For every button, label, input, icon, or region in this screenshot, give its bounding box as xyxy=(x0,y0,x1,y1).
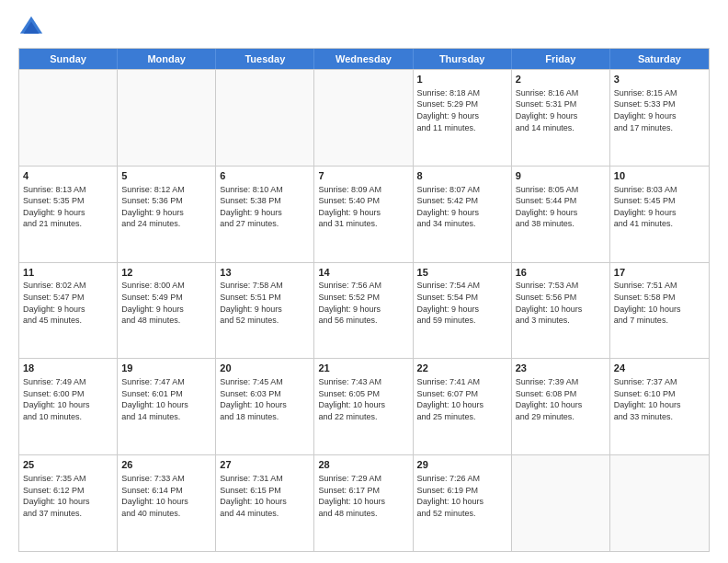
calendar-day-17: 17Sunrise: 7:51 AM Sunset: 5:58 PM Dayli… xyxy=(610,263,709,359)
day-number: 18 xyxy=(23,362,113,375)
calendar-day-25: 25Sunrise: 7:35 AM Sunset: 6:12 PM Dayli… xyxy=(19,455,118,551)
calendar-day-5: 5Sunrise: 8:12 AM Sunset: 5:36 PM Daylig… xyxy=(118,167,216,262)
calendar-day-16: 16Sunrise: 7:53 AM Sunset: 5:56 PM Dayli… xyxy=(512,263,610,359)
day-info: Sunrise: 8:07 AM Sunset: 5:42 PM Dayligh… xyxy=(417,184,507,230)
day-info: Sunrise: 7:47 AM Sunset: 6:01 PM Dayligh… xyxy=(121,376,211,422)
day-number: 2 xyxy=(516,73,606,86)
calendar-row-5: 25Sunrise: 7:35 AM Sunset: 6:12 PM Dayli… xyxy=(19,454,709,551)
day-number: 28 xyxy=(318,458,408,472)
calendar-day-22: 22Sunrise: 7:41 AM Sunset: 6:07 PM Dayli… xyxy=(414,359,512,454)
logo xyxy=(18,15,48,40)
day-info: Sunrise: 8:03 AM Sunset: 5:45 PM Dayligh… xyxy=(614,184,705,230)
calendar-day-28: 28Sunrise: 7:29 AM Sunset: 6:17 PM Dayli… xyxy=(314,455,413,551)
calendar-day-23: 23Sunrise: 7:39 AM Sunset: 6:08 PM Dayli… xyxy=(512,359,610,454)
calendar-day-1: 1Sunrise: 8:18 AM Sunset: 5:29 PM Daylig… xyxy=(414,70,512,166)
day-info: Sunrise: 7:35 AM Sunset: 6:12 PM Dayligh… xyxy=(23,473,113,519)
day-info: Sunrise: 8:18 AM Sunset: 5:29 PM Dayligh… xyxy=(417,87,507,133)
day-number: 21 xyxy=(318,362,408,375)
calendar-day-24: 24Sunrise: 7:37 AM Sunset: 6:10 PM Dayli… xyxy=(610,359,709,454)
calendar-day-11: 11Sunrise: 8:02 AM Sunset: 5:47 PM Dayli… xyxy=(19,263,118,359)
day-number: 3 xyxy=(614,73,705,86)
day-number: 16 xyxy=(516,266,606,280)
day-number: 22 xyxy=(417,362,507,375)
day-info: Sunrise: 7:43 AM Sunset: 6:05 PM Dayligh… xyxy=(318,376,408,422)
day-info: Sunrise: 8:10 AM Sunset: 5:38 PM Dayligh… xyxy=(220,184,310,230)
day-number: 11 xyxy=(23,266,113,280)
day-number: 1 xyxy=(417,73,507,86)
calendar-day-3: 3Sunrise: 8:15 AM Sunset: 5:33 PM Daylig… xyxy=(610,70,709,166)
calendar-empty xyxy=(512,455,610,551)
calendar-day-2: 2Sunrise: 8:16 AM Sunset: 5:31 PM Daylig… xyxy=(512,70,610,166)
day-number: 19 xyxy=(121,362,211,375)
day-info: Sunrise: 7:53 AM Sunset: 5:56 PM Dayligh… xyxy=(516,280,606,326)
day-info: Sunrise: 7:41 AM Sunset: 6:07 PM Dayligh… xyxy=(417,376,507,422)
day-info: Sunrise: 8:00 AM Sunset: 5:49 PM Dayligh… xyxy=(121,280,211,326)
calendar-day-10: 10Sunrise: 8:03 AM Sunset: 5:45 PM Dayli… xyxy=(610,167,709,262)
day-header-friday: Friday xyxy=(512,49,610,69)
calendar-empty xyxy=(19,70,118,166)
calendar-day-18: 18Sunrise: 7:49 AM Sunset: 6:00 PM Dayli… xyxy=(19,359,118,454)
calendar-day-9: 9Sunrise: 8:05 AM Sunset: 5:44 PM Daylig… xyxy=(512,167,610,262)
calendar-day-7: 7Sunrise: 8:09 AM Sunset: 5:40 PM Daylig… xyxy=(314,167,413,262)
calendar-day-13: 13Sunrise: 7:58 AM Sunset: 5:51 PM Dayli… xyxy=(216,263,314,359)
day-info: Sunrise: 7:49 AM Sunset: 6:00 PM Dayligh… xyxy=(23,376,113,422)
calendar-day-4: 4Sunrise: 8:13 AM Sunset: 5:35 PM Daylig… xyxy=(19,167,118,262)
calendar-day-21: 21Sunrise: 7:43 AM Sunset: 6:05 PM Dayli… xyxy=(314,359,413,454)
day-info: Sunrise: 7:39 AM Sunset: 6:08 PM Dayligh… xyxy=(516,376,606,422)
day-number: 5 xyxy=(121,169,211,183)
calendar-day-26: 26Sunrise: 7:33 AM Sunset: 6:14 PM Dayli… xyxy=(118,455,216,551)
calendar: SundayMondayTuesdayWednesdayThursdayFrid… xyxy=(18,48,710,552)
day-info: Sunrise: 7:33 AM Sunset: 6:14 PM Dayligh… xyxy=(121,473,211,519)
day-number: 14 xyxy=(318,266,408,280)
day-info: Sunrise: 8:05 AM Sunset: 5:44 PM Dayligh… xyxy=(516,184,606,230)
day-number: 4 xyxy=(23,169,113,183)
day-info: Sunrise: 8:13 AM Sunset: 5:35 PM Dayligh… xyxy=(23,184,113,230)
day-number: 15 xyxy=(417,266,507,280)
day-info: Sunrise: 7:58 AM Sunset: 5:51 PM Dayligh… xyxy=(220,280,310,326)
day-number: 6 xyxy=(220,169,310,183)
day-number: 23 xyxy=(516,362,606,375)
calendar-day-8: 8Sunrise: 8:07 AM Sunset: 5:42 PM Daylig… xyxy=(414,167,512,262)
day-number: 7 xyxy=(318,169,408,183)
day-header-tuesday: Tuesday xyxy=(216,49,314,69)
day-number: 8 xyxy=(417,169,507,183)
day-info: Sunrise: 7:45 AM Sunset: 6:03 PM Dayligh… xyxy=(220,376,310,422)
calendar-day-19: 19Sunrise: 7:47 AM Sunset: 6:01 PM Dayli… xyxy=(118,359,216,454)
calendar-header: SundayMondayTuesdayWednesdayThursdayFrid… xyxy=(19,49,709,69)
day-header-wednesday: Wednesday xyxy=(314,49,413,69)
day-info: Sunrise: 7:51 AM Sunset: 5:58 PM Dayligh… xyxy=(614,280,705,326)
day-info: Sunrise: 8:15 AM Sunset: 5:33 PM Dayligh… xyxy=(614,87,705,133)
calendar-day-20: 20Sunrise: 7:45 AM Sunset: 6:03 PM Dayli… xyxy=(216,359,314,454)
day-number: 12 xyxy=(121,266,211,280)
calendar-body: 1Sunrise: 8:18 AM Sunset: 5:29 PM Daylig… xyxy=(19,69,709,551)
day-number: 17 xyxy=(614,266,705,280)
calendar-row-2: 4Sunrise: 8:13 AM Sunset: 5:35 PM Daylig… xyxy=(19,166,709,262)
day-number: 29 xyxy=(417,458,507,472)
calendar-day-14: 14Sunrise: 7:56 AM Sunset: 5:52 PM Dayli… xyxy=(314,263,413,359)
day-number: 9 xyxy=(516,169,606,183)
day-info: Sunrise: 8:16 AM Sunset: 5:31 PM Dayligh… xyxy=(516,87,606,133)
calendar-day-29: 29Sunrise: 7:26 AM Sunset: 6:19 PM Dayli… xyxy=(414,455,512,551)
day-number: 24 xyxy=(614,362,705,375)
calendar-row-1: 1Sunrise: 8:18 AM Sunset: 5:29 PM Daylig… xyxy=(19,69,709,166)
day-info: Sunrise: 8:12 AM Sunset: 5:36 PM Dayligh… xyxy=(121,184,211,230)
day-number: 13 xyxy=(220,266,310,280)
calendar-empty xyxy=(610,455,709,551)
day-header-sunday: Sunday xyxy=(19,49,118,69)
calendar-day-6: 6Sunrise: 8:10 AM Sunset: 5:38 PM Daylig… xyxy=(216,167,314,262)
day-number: 26 xyxy=(121,458,211,472)
header xyxy=(18,15,710,40)
calendar-day-27: 27Sunrise: 7:31 AM Sunset: 6:15 PM Dayli… xyxy=(216,455,314,551)
day-number: 25 xyxy=(23,458,113,472)
day-info: Sunrise: 7:29 AM Sunset: 6:17 PM Dayligh… xyxy=(318,473,408,519)
calendar-empty xyxy=(314,70,413,166)
day-number: 10 xyxy=(614,169,705,183)
logo-icon xyxy=(18,15,44,40)
page: SundayMondayTuesdayWednesdayThursdayFrid… xyxy=(0,0,728,563)
day-info: Sunrise: 8:02 AM Sunset: 5:47 PM Dayligh… xyxy=(23,280,113,326)
day-info: Sunrise: 7:54 AM Sunset: 5:54 PM Dayligh… xyxy=(417,280,507,326)
calendar-day-12: 12Sunrise: 8:00 AM Sunset: 5:49 PM Dayli… xyxy=(118,263,216,359)
calendar-row-4: 18Sunrise: 7:49 AM Sunset: 6:00 PM Dayli… xyxy=(19,358,709,454)
calendar-empty xyxy=(118,70,216,166)
day-info: Sunrise: 7:26 AM Sunset: 6:19 PM Dayligh… xyxy=(417,473,507,519)
